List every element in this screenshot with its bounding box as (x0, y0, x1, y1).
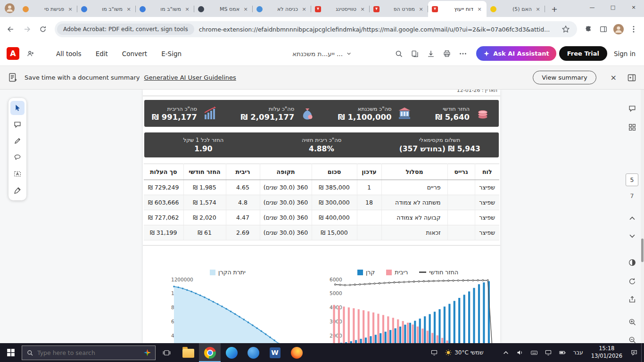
edge-taskbar-button[interactable] (221, 343, 242, 362)
banner-link[interactable]: Generative AI User Guidelines (144, 74, 236, 81)
battery-button[interactable] (555, 343, 570, 362)
firefox-taskbar-button[interactable] (286, 343, 307, 362)
banner-close-icon[interactable]: × (602, 73, 621, 82)
touch-keyboard-button[interactable] (527, 343, 541, 362)
tab-close-icon[interactable]: × (125, 6, 132, 12)
draw-tool-button[interactable] (10, 134, 25, 148)
comment-tool-button[interactable] (10, 117, 25, 132)
free-trial-button[interactable]: Free Trial (559, 46, 607, 61)
action-center-button[interactable] (627, 343, 641, 362)
select-tool-button[interactable] (10, 101, 25, 115)
weather-widget[interactable]: שמשי 30°C (441, 343, 487, 362)
secondary-stat-value: 4.88% (309, 145, 334, 153)
sign-in-link[interactable]: Sign in (614, 50, 636, 58)
window-profile-avatar[interactable] (4, 3, 15, 14)
chrome-taskbar-button[interactable] (199, 343, 221, 362)
browser-tab-6[interactable]: טווייסטינג× (311, 1, 370, 17)
network-button[interactable] (541, 343, 555, 362)
side-panel-icon (599, 25, 608, 33)
tab-close-icon[interactable]: × (301, 6, 307, 12)
browser-tab-2[interactable]: משו"ב מו× (77, 1, 136, 17)
omnibox[interactable]: Adobe Acrobat: PDF edit, convert, sign t… (55, 21, 577, 37)
browser-tab-8[interactable]: דוח ייעוץ× (428, 1, 487, 17)
acrobat-logo[interactable]: A (7, 47, 19, 60)
legend-item: ריבית (386, 269, 408, 276)
firefox-icon (291, 347, 303, 359)
view-summary-button[interactable]: View summary (533, 71, 596, 84)
show-desktop-button[interactable] (641, 343, 644, 362)
window-minimize-button[interactable]: — (582, 0, 603, 14)
ask-ai-assistant-button[interactable]: Ask AI Assistant (476, 46, 556, 61)
browser-tab-4[interactable]: אמס MS× (194, 1, 253, 17)
taskbar-search-box[interactable] (22, 346, 156, 360)
browser-tab-9[interactable]: האם (5)× (487, 1, 545, 17)
start-button[interactable] (0, 343, 22, 362)
window-close-button[interactable]: × (623, 0, 644, 14)
tab-close-icon[interactable]: × (476, 6, 483, 12)
scrollbar-thumb[interactable] (641, 239, 644, 262)
taskbar-search-input[interactable] (37, 349, 127, 356)
window-maximize-button[interactable]: □ (603, 0, 623, 14)
volume-button[interactable] (513, 343, 527, 362)
language-indicator[interactable]: עבר (570, 343, 586, 362)
browser-tab-5[interactable]: כניסה לא× (253, 1, 311, 17)
legend-swatch (419, 272, 426, 273)
pdf-glyph (433, 8, 437, 11)
extensions-button[interactable] (582, 23, 595, 36)
tab-close-icon[interactable]: × (67, 6, 74, 12)
browser-menu-button[interactable] (627, 23, 640, 36)
browser-tab-1[interactable]: פגישת סי× (19, 1, 77, 17)
export-pdf-button[interactable] (625, 292, 639, 306)
tab-close-icon[interactable]: × (418, 6, 424, 12)
tab-close-icon[interactable]: × (242, 6, 249, 12)
reload-button[interactable] (36, 22, 50, 36)
app-blue-taskbar-button[interactable] (242, 343, 264, 362)
browser-tab-7[interactable]: מפרט הפ× (370, 1, 428, 17)
extension-chip[interactable]: Adobe Acrobat: PDF edit, convert, sign t… (57, 24, 194, 35)
find-button[interactable] (392, 47, 405, 60)
clock[interactable]: 15:1813/01/2026 (586, 345, 627, 360)
download-button[interactable] (424, 47, 438, 60)
tray-display-item[interactable] (427, 343, 441, 362)
thumbnails-panel-button[interactable] (625, 120, 639, 134)
current-page-indicator[interactable]: 5 (626, 173, 638, 186)
tab-close-icon[interactable]: × (184, 6, 190, 12)
share-button[interactable] (24, 47, 37, 60)
profile-button[interactable] (612, 23, 625, 36)
lasso-tool-button[interactable] (10, 150, 25, 165)
ask-ai-label: Ask AI Assistant (493, 50, 549, 57)
ai-panel-icon[interactable] (627, 73, 636, 82)
zoom-in-button[interactable] (625, 315, 639, 329)
file-explorer-taskbar-button[interactable] (177, 343, 199, 362)
text-box-tool-button[interactable] (10, 167, 25, 181)
word-taskbar-button[interactable] (264, 343, 286, 362)
bookmark-button[interactable] (559, 23, 572, 36)
comments-panel-button[interactable] (625, 101, 639, 115)
browser-tab-3[interactable]: משו"ב מו× (136, 1, 194, 17)
menu-item-edit[interactable]: Edit (96, 50, 108, 58)
tab-close-icon[interactable]: × (535, 6, 541, 12)
new-tab-button[interactable]: + (549, 3, 560, 15)
document-title[interactable]: ... ייע...ת משכנתא (292, 50, 352, 58)
task-view-button[interactable] (156, 343, 177, 362)
menu-item-e-sign[interactable]: E-Sign (161, 50, 182, 58)
tab-close-icon[interactable]: × (359, 6, 366, 12)
forward-button[interactable] (20, 22, 34, 36)
table-cell: משתנה לא צמודה (381, 195, 447, 210)
page-down-button[interactable] (625, 229, 639, 243)
print-button[interactable] (440, 47, 454, 60)
display-settings-button[interactable] (625, 255, 639, 270)
page-up-button[interactable] (625, 211, 639, 225)
side-panel-button[interactable] (597, 23, 610, 36)
signature-tool-button[interactable] (10, 183, 25, 197)
back-button[interactable] (4, 22, 18, 36)
menu-item-all-tools[interactable]: All tools (56, 50, 82, 58)
vertical-scrollbar[interactable] (641, 90, 644, 343)
zoom-out-button[interactable] (625, 333, 639, 343)
hidden-icons-button[interactable] (499, 343, 513, 362)
menu-item-convert[interactable]: Convert (122, 50, 147, 58)
more-tools-button[interactable] (456, 47, 470, 60)
page-thumbnails-button[interactable] (408, 47, 421, 60)
rotate-page-button[interactable] (625, 274, 639, 288)
search-highlights-icon[interactable] (144, 349, 151, 356)
